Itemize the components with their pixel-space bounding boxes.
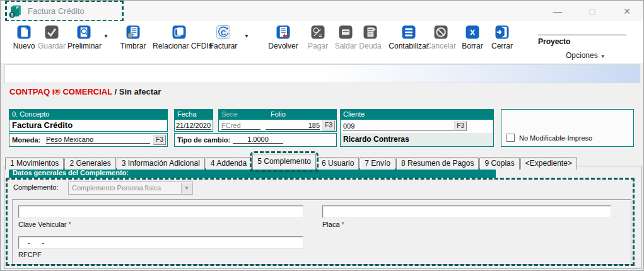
opciones-label: Opciones xyxy=(566,51,598,60)
facturar-convert-icon: C xyxy=(216,25,231,40)
debt-ledger-icon xyxy=(363,25,378,40)
tab-usuario[interactable]: 6 Usuario xyxy=(317,157,359,170)
opciones-dropdown[interactable]: Opciones▼ xyxy=(566,51,606,60)
tab-strip: 1 Movimientos2 Generales3 Información Ad… xyxy=(5,154,578,168)
toolbar-label: Deuda xyxy=(358,42,383,50)
mdi-header-band xyxy=(4,64,640,83)
title-annotation: $ Factura Crédito xyxy=(8,3,120,19)
serie-folio-panel: Serie Folio FCred 185 F3 xyxy=(218,109,337,132)
toolbar-label: Cancelar xyxy=(426,42,456,50)
fecha-header: Fecha xyxy=(175,110,213,120)
complemento-select[interactable]: Complemento Persona física ▼ xyxy=(68,182,193,195)
rfcpf-input[interactable]: - - xyxy=(18,236,303,249)
cliente-panel: Cliente 009 F3 Ricardo Contreras xyxy=(340,109,494,147)
toolbar-label: Contabilizar xyxy=(387,42,430,50)
tab-generales[interactable]: 2 Generales xyxy=(64,157,115,170)
tab-copias[interactable]: 9 Copias xyxy=(479,157,519,170)
toolbar-button-deuda: Deuda xyxy=(358,25,383,50)
complemento-selected-value: Complemento Persona física xyxy=(72,184,161,192)
toolbar-label: Borrar xyxy=(460,42,485,50)
toolbar-button-preliminar[interactable]: Preliminar xyxy=(67,25,100,50)
print-preview-icon xyxy=(76,25,91,40)
opciones-caret-icon: ▼ xyxy=(600,54,606,59)
toolbar-button-timbrar[interactable]: Timbrar xyxy=(117,25,149,50)
svg-text:X: X xyxy=(470,28,476,37)
app-icon: $ xyxy=(8,4,22,18)
moneda-panel: Moneda: Peso Mexicano F3 xyxy=(9,133,168,147)
moneda-value[interactable]: Peso Mexicano xyxy=(46,136,150,144)
toolbar-label: Timbrar xyxy=(117,42,149,50)
cliente-header: Cliente xyxy=(341,110,493,120)
required-asterisk: * xyxy=(69,221,71,228)
related-documents-icon xyxy=(172,25,187,40)
toolbar-button-borrar[interactable]: X Borrar xyxy=(460,25,485,50)
folio-f3-button[interactable]: F3 xyxy=(322,120,335,130)
toolbar-button-devolver[interactable]: Devolver xyxy=(265,25,302,50)
required-asterisk: * xyxy=(342,221,344,228)
new-document-icon xyxy=(16,25,32,40)
clave-vehicular-label-text: Clave Vehicular xyxy=(18,221,66,228)
folio-value[interactable]: 185 xyxy=(266,122,320,130)
clave-vehicular-label: Clave Vehicular * xyxy=(18,221,71,228)
cliente-f3-button[interactable]: F3 xyxy=(454,121,467,131)
complemento-selector-label: Complemento: xyxy=(13,183,59,191)
rfcpf-label: RFCPF xyxy=(18,251,42,258)
cliente-name-value: Ricardo Contreras xyxy=(341,133,493,146)
toolbar-button-facturar[interactable]: C Facturar xyxy=(208,25,239,50)
serie-folio-header: Serie Folio xyxy=(219,110,336,120)
toolbar-label: Pagar xyxy=(307,42,329,50)
minimize-button[interactable]: — xyxy=(547,3,568,18)
proyecto-label: Proyecto xyxy=(538,35,626,46)
tab-complemento[interactable]: 5 Complemento xyxy=(252,154,316,170)
preliminar-dropdown-arrow-icon[interactable]: ▼ xyxy=(103,33,108,39)
tipo-cambio-panel: Tipo de cambio: 1.0000 xyxy=(174,133,337,147)
tab-resumen-de-pagos[interactable]: 8 Resumen de Pagos xyxy=(396,157,479,170)
breadcrumb: CONTPAQ i® COMERCIAL / Sin afectar xyxy=(9,87,161,96)
brand-label: CONTPAQ i® COMERCIAL xyxy=(9,87,112,96)
tab-addenda[interactable]: 4 Addenda xyxy=(206,157,252,170)
exit-door-icon xyxy=(495,25,510,40)
toolbar-label: Guardar xyxy=(38,42,66,50)
affect-mode-label: / Sin afectar xyxy=(112,87,161,96)
clave-vehicular-input[interactable] xyxy=(18,205,303,218)
fecha-value[interactable]: 21/12/2020 xyxy=(176,122,211,130)
moneda-f3-button[interactable]: F3 xyxy=(153,135,166,145)
maximize-button[interactable]: ◻ xyxy=(582,3,603,18)
factura-credito-window: $ Factura Crédito — ◻ ✕ Nuevo Guardar xyxy=(0,0,644,271)
toolbar-label: Nuevo xyxy=(10,42,38,50)
tab-movimientos[interactable]: 1 Movimientos xyxy=(5,157,64,170)
serie-header: Serie xyxy=(221,110,238,118)
close-button[interactable]: ✕ xyxy=(616,3,638,18)
save-check-icon xyxy=(44,25,59,40)
toolbar: Nuevo Guardar Preliminar ▼ xyxy=(1,21,643,63)
placa-label-text: Placa xyxy=(322,221,340,228)
concepto-value: Factura Crédito xyxy=(9,120,167,130)
concepto-panel: 0. Concepto Factura Crédito xyxy=(9,109,168,132)
toolbar-label: Saldar xyxy=(333,42,358,50)
cliente-code-value[interactable]: 009 xyxy=(343,122,455,130)
toolbar-button-cerrar[interactable]: Cerrar xyxy=(488,25,516,50)
tipo-cambio-label: Tipo de cambio: xyxy=(177,136,230,144)
settle-icon xyxy=(338,25,353,40)
placa-input[interactable] xyxy=(322,205,611,218)
tab-expediente[interactable]: <Expediente> xyxy=(520,157,577,170)
facturar-dropdown-arrow-icon[interactable]: ▼ xyxy=(244,33,249,39)
tab-envio[interactable]: 7 Envío xyxy=(360,157,395,170)
toolbar-button-contabilizar[interactable]: Contabilizar xyxy=(387,25,430,50)
tab-informacion-adicional[interactable]: 3 Información Adicional xyxy=(117,157,205,170)
no-modificable-checkbox[interactable] xyxy=(506,134,515,142)
combo-dropdown-arrow-icon[interactable]: ▼ xyxy=(181,183,192,193)
serie-value[interactable]: FCred xyxy=(221,122,261,130)
toolbar-button-relacionar-cfdis[interactable]: Relacionar CFDIs xyxy=(153,25,206,50)
toolbar-label: Cerrar xyxy=(488,42,516,50)
title-bar: $ Factura Crédito — ◻ ✕ xyxy=(1,1,643,21)
toolbar-label: Devolver xyxy=(265,42,302,50)
concepto-header: 0. Concepto xyxy=(9,110,167,120)
folio-header: Folio xyxy=(271,110,286,118)
stamp-document-icon xyxy=(126,25,141,40)
toolbar-button-nuevo[interactable]: Nuevo xyxy=(10,25,38,50)
moneda-label: Moneda: xyxy=(12,136,40,144)
tipo-cambio-value[interactable]: 1.0000 xyxy=(233,136,283,144)
toolbar-label: Relacionar CFDIs xyxy=(153,42,206,50)
complemento-section-title: Datos generales del Complemento: xyxy=(9,168,496,178)
